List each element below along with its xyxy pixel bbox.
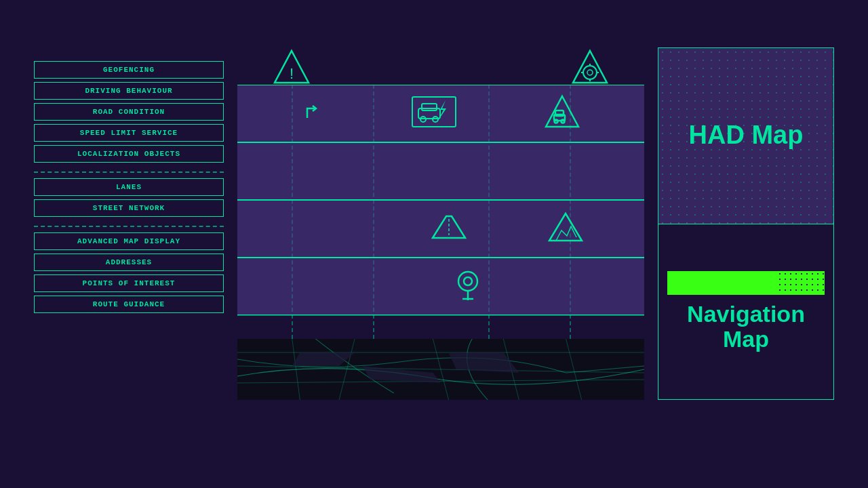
map-base	[237, 339, 644, 400]
layer-1-icons	[237, 89, 644, 138]
localization-objects-button[interactable]: LOCALIZATION OBJECTS	[34, 145, 224, 163]
center-panel: !	[237, 41, 644, 434]
svg-marker-20	[549, 214, 582, 241]
layer-2	[237, 142, 644, 200]
right-panel: HAD Map NavigationMap	[658, 47, 834, 400]
driving-behaviour-button[interactable]: DRIVING BEHAVIOUR	[34, 82, 224, 100]
main-container: GEOFENCING DRIVING BEHAVIOUR ROAD CONDIT…	[34, 41, 834, 461]
addresses-button[interactable]: ADDRESSES	[34, 253, 224, 271]
location-pin-icon	[453, 268, 483, 305]
divider-2	[34, 226, 224, 227]
layers-area: !	[237, 47, 644, 400]
layer-3	[237, 200, 644, 258]
points-of-interest-button[interactable]: POINTS OF INTEREST	[34, 274, 224, 292]
group-street: LANES STREET NETWORK	[34, 178, 224, 217]
svg-text:!: !	[290, 65, 294, 82]
road-icon	[430, 214, 468, 244]
nav-map-label: NavigationMap	[687, 302, 805, 352]
speed-limit-button[interactable]: SPEED LIMIT SERVICE	[34, 124, 224, 142]
svg-point-22	[464, 277, 472, 285]
advanced-map-button[interactable]: ADVANCED MAP DISPLAY	[34, 232, 224, 250]
geofencing-button[interactable]: GEOFENCING	[34, 61, 224, 79]
route-guidance-button[interactable]: ROUTE GUIDANCE	[34, 296, 224, 313]
nav-map-box: NavigationMap	[658, 224, 834, 401]
svg-marker-2	[573, 51, 607, 83]
mountain-icon	[547, 210, 585, 247]
bottom-line	[237, 315, 644, 316]
turn-arrow-icon	[300, 99, 325, 129]
layer-4-icons	[237, 264, 644, 308]
left-panel: GEOFENCING DRIVING BEHAVIOUR ROAD CONDIT…	[34, 41, 224, 317]
group-nav: ADVANCED MAP DISPLAY ADDRESSES POINTS OF…	[34, 232, 224, 313]
lanes-button[interactable]: LANES	[34, 178, 224, 196]
had-map-label: HAD Map	[689, 121, 804, 150]
svg-rect-11	[422, 104, 437, 110]
divider-1	[34, 171, 224, 173]
layer-4	[237, 258, 644, 315]
svg-point-3	[583, 66, 597, 79]
layer-1	[237, 85, 644, 142]
svg-point-4	[587, 70, 593, 75]
car-crash-box-icon	[410, 95, 458, 132]
svg-rect-16	[555, 110, 564, 116]
group-had: GEOFENCING DRIVING BEHAVIOUR ROAD CONDIT…	[34, 61, 224, 163]
road-condition-button[interactable]: ROAD CONDITION	[34, 103, 224, 121]
had-map-box: HAD Map	[658, 47, 834, 224]
nav-green-bar	[667, 271, 825, 295]
svg-point-21	[458, 272, 477, 291]
road-warning-triangle-icon	[543, 93, 581, 134]
layer-3-icons	[237, 207, 644, 251]
street-network-button[interactable]: STREET NETWORK	[34, 199, 224, 217]
